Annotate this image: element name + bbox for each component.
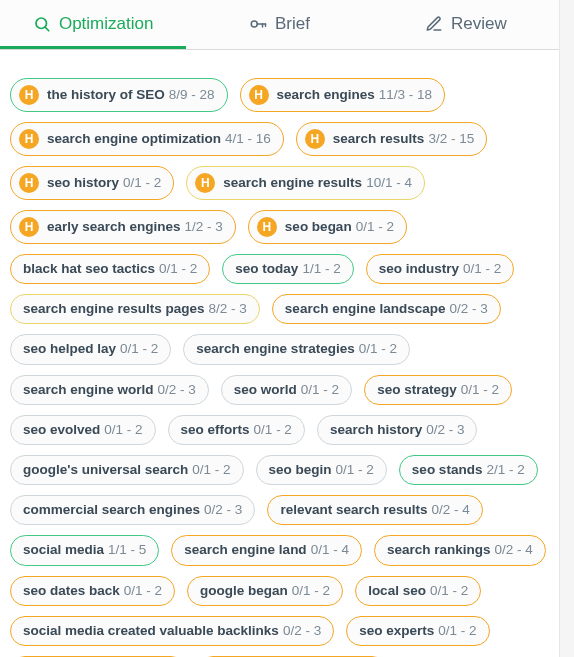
keyword-term: search history bbox=[330, 422, 422, 438]
keyword-stats: 0/1 - 2 bbox=[159, 261, 197, 277]
keyword-stats: 0/1 - 2 bbox=[430, 583, 468, 599]
keyword-stats: 0/1 - 2 bbox=[438, 623, 476, 639]
keyword-stats: 0/1 - 2 bbox=[254, 422, 292, 438]
keyword-term: social media bbox=[23, 542, 104, 558]
keyword-term: search engine results pages bbox=[23, 301, 205, 317]
keyword-pill[interactable]: seo stands 2/1 - 2 bbox=[399, 455, 538, 485]
keyword-pill[interactable]: social media 1/1 - 5 bbox=[10, 535, 159, 565]
keyword-stats: 0/2 - 3 bbox=[426, 422, 464, 438]
tab-label: Brief bbox=[275, 14, 310, 34]
keyword-term: social media created valuable backlinks bbox=[23, 623, 279, 639]
keyword-pill[interactable]: Hsearch engine results 10/1 - 4 bbox=[186, 166, 425, 200]
keyword-pill[interactable]: seo efforts 0/1 - 2 bbox=[168, 415, 305, 445]
keyword-pill[interactable]: search engine results pages 8/2 - 3 bbox=[10, 294, 260, 324]
content-panel[interactable]: OptimizationBriefReview Hthe history of … bbox=[0, 0, 560, 657]
pill-container: Hthe history of SEO 8/9 - 28Hsearch engi… bbox=[10, 78, 549, 657]
heading-badge: H bbox=[19, 129, 39, 149]
keyword-term: local seo bbox=[368, 583, 426, 599]
keyword-pill[interactable]: seo world 0/1 - 2 bbox=[221, 375, 352, 405]
keyword-pill[interactable]: seo strategy 0/1 - 2 bbox=[364, 375, 512, 405]
keyword-pill[interactable]: Hseo began 0/1 - 2 bbox=[248, 210, 407, 244]
keyword-term: seo begin bbox=[269, 462, 332, 478]
keyword-stats: 0/1 - 2 bbox=[336, 462, 374, 478]
keyword-term: search rankings bbox=[387, 542, 491, 558]
keyword-pill[interactable]: search engine land 0/1 - 4 bbox=[171, 535, 362, 565]
keyword-stats: 0/1 - 2 bbox=[104, 422, 142, 438]
keyword-term: seo efforts bbox=[181, 422, 250, 438]
keyword-pill[interactable]: search engine landscape 0/2 - 3 bbox=[272, 294, 501, 324]
keyword-stats: 1/1 - 5 bbox=[108, 542, 146, 558]
keyword-stats: 0/1 - 2 bbox=[120, 341, 158, 357]
keyword-stats: 0/2 - 4 bbox=[494, 542, 532, 558]
keyword-pill[interactable]: seo begin 0/1 - 2 bbox=[256, 455, 387, 485]
svg-line-1 bbox=[45, 27, 48, 30]
heading-badge: H bbox=[249, 85, 269, 105]
keyword-pill[interactable]: seo dates back 0/1 - 2 bbox=[10, 576, 175, 606]
keyword-stats: 8/2 - 3 bbox=[209, 301, 247, 317]
tab-strip: OptimizationBriefReview bbox=[0, 0, 559, 50]
keyword-stats: 0/1 - 2 bbox=[292, 583, 330, 599]
keyword-term: seo evolved bbox=[23, 422, 100, 438]
tab-brief[interactable]: Brief bbox=[186, 0, 372, 49]
keyword-term: commercial search engines bbox=[23, 502, 200, 518]
keyword-term: search engine land bbox=[184, 542, 306, 558]
keyword-stats: 8/9 - 28 bbox=[169, 87, 215, 103]
keyword-pill[interactable]: seo industry 0/1 - 2 bbox=[366, 254, 515, 284]
keyword-term: relevant search results bbox=[280, 502, 427, 518]
keyword-pill[interactable]: search engine world 0/2 - 3 bbox=[10, 375, 209, 405]
keyword-stats: 0/1 - 2 bbox=[192, 462, 230, 478]
keyword-term: seo today bbox=[235, 261, 298, 277]
keyword-stats: 0/1 - 2 bbox=[359, 341, 397, 357]
keyword-pill[interactable]: Hsearch results 3/2 - 15 bbox=[296, 122, 487, 156]
heading-badge: H bbox=[19, 173, 39, 193]
keyword-pill[interactable]: social media created valuable backlinks … bbox=[10, 616, 334, 646]
keyword-term: search engine optimization bbox=[47, 131, 221, 147]
keyword-pill[interactable]: local seo 0/1 - 2 bbox=[355, 576, 481, 606]
tab-optimization[interactable]: Optimization bbox=[0, 0, 186, 49]
keyword-pill[interactable]: seo evolved 0/1 - 2 bbox=[10, 415, 156, 445]
keyword-term: google's universal search bbox=[23, 462, 188, 478]
keyword-stats: 0/1 - 2 bbox=[301, 382, 339, 398]
keyword-term: google began bbox=[200, 583, 288, 599]
keyword-stats: 0/2 - 3 bbox=[449, 301, 487, 317]
pencil-icon bbox=[425, 15, 443, 33]
keyword-pill[interactable]: search engine strategies 0/1 - 2 bbox=[183, 334, 410, 364]
keyword-pill[interactable]: google began 0/1 - 2 bbox=[187, 576, 343, 606]
keyword-stats: 0/2 - 3 bbox=[283, 623, 321, 639]
keyword-term: early search engines bbox=[47, 219, 181, 235]
keyword-pill[interactable]: Hsearch engine optimization 4/1 - 16 bbox=[10, 122, 284, 156]
keyword-pill[interactable]: google's universal search 0/1 - 2 bbox=[10, 455, 244, 485]
keyword-stats: 0/2 - 3 bbox=[158, 382, 196, 398]
keyword-pill[interactable]: search history 0/2 - 3 bbox=[317, 415, 478, 445]
keyword-term: search engines bbox=[277, 87, 375, 103]
tab-label: Optimization bbox=[59, 14, 153, 34]
search-icon bbox=[33, 15, 51, 33]
keyword-pill[interactable]: relevant search results 0/2 - 4 bbox=[267, 495, 482, 525]
keyword-pill[interactable]: search rankings 0/2 - 4 bbox=[374, 535, 546, 565]
keyword-term: seo history bbox=[47, 175, 119, 191]
keyword-term: search engine landscape bbox=[285, 301, 446, 317]
keyword-stats: 0/1 - 2 bbox=[461, 382, 499, 398]
keyword-stats: 1/2 - 3 bbox=[185, 219, 223, 235]
keyword-term: seo helped lay bbox=[23, 341, 116, 357]
keyword-stats: 4/1 - 16 bbox=[225, 131, 271, 147]
keyword-stats: 0/1 - 4 bbox=[311, 542, 349, 558]
keyword-pill[interactable]: seo today 1/1 - 2 bbox=[222, 254, 353, 284]
keyword-pill[interactable]: Hseo history 0/1 - 2 bbox=[10, 166, 174, 200]
keyword-pill[interactable]: seo experts 0/1 - 2 bbox=[346, 616, 489, 646]
keyword-term: search engine results bbox=[223, 175, 362, 191]
keyword-pill[interactable]: Hthe history of SEO 8/9 - 28 bbox=[10, 78, 228, 112]
keyword-term: seo industry bbox=[379, 261, 459, 277]
keyword-term: seo world bbox=[234, 382, 297, 398]
heading-badge: H bbox=[257, 217, 277, 237]
keyword-pill[interactable]: commercial search engines 0/2 - 3 bbox=[10, 495, 255, 525]
key-icon bbox=[249, 15, 267, 33]
keyword-stats: 3/2 - 15 bbox=[428, 131, 474, 147]
keyword-term: seo stands bbox=[412, 462, 483, 478]
keyword-pill[interactable]: Hearly search engines 1/2 - 3 bbox=[10, 210, 236, 244]
keyword-pill[interactable]: Hsearch engines 11/3 - 18 bbox=[240, 78, 446, 112]
tab-review[interactable]: Review bbox=[373, 0, 559, 49]
keyword-pill[interactable]: black hat seo tactics 0/1 - 2 bbox=[10, 254, 210, 284]
keyword-pill[interactable]: seo helped lay 0/1 - 2 bbox=[10, 334, 171, 364]
heading-badge: H bbox=[195, 173, 215, 193]
